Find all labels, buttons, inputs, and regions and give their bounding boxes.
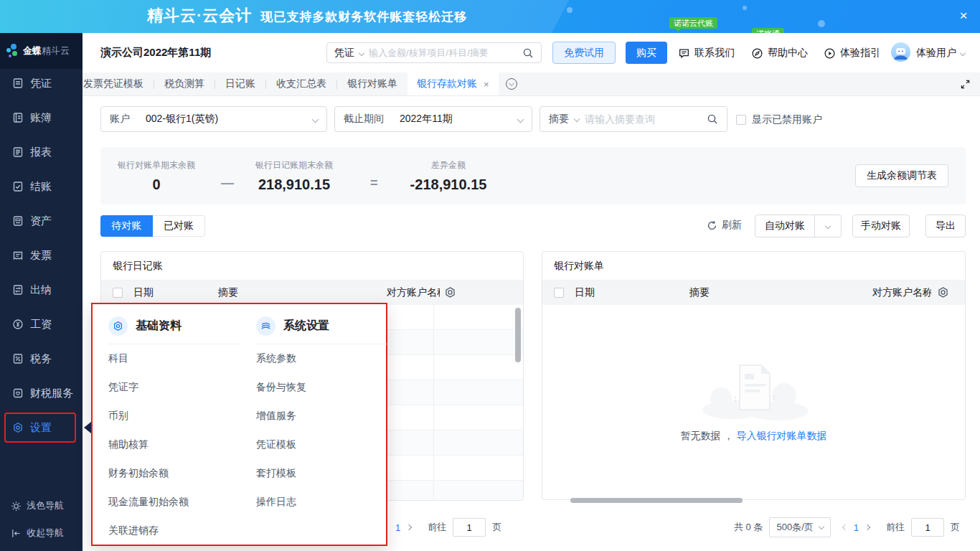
basic-data-icon	[108, 316, 128, 336]
pending-reconcile-tab[interactable]: 待对账	[100, 215, 153, 237]
user-menu[interactable]: 体验用户	[916, 44, 965, 62]
sidebar-item-collapse-nav[interactable]: 收起导航	[0, 524, 83, 542]
statement-balance-stat: 银行对账单期末余额 0	[118, 159, 195, 193]
tab-close-icon[interactable]: ×	[484, 79, 489, 90]
prev-page-icon[interactable]	[842, 524, 848, 530]
popup-item-subjects[interactable]: 科目	[108, 344, 239, 373]
sidebar-item-voucher[interactable]: 凭证	[0, 66, 83, 100]
export-button[interactable]: 导出	[925, 215, 966, 237]
ledger-icon	[12, 112, 24, 123]
page-size-select[interactable]: 500条/页	[769, 517, 830, 537]
global-search: 凭证	[326, 42, 542, 63]
column-summary[interactable]: 摘要	[218, 286, 238, 299]
popup-item-value-added-services[interactable]: 增值服务	[256, 402, 387, 430]
popup-item-operation-log[interactable]: 操作日志	[256, 488, 387, 517]
column-counterparty[interactable]: 对方账户名称	[387, 286, 440, 299]
period-select[interactable]: 截止期间 2022年11期	[334, 106, 532, 132]
search-category-select[interactable]: 凭证	[334, 47, 354, 60]
top-header: 演示公司2022年第11期 凭证 免费试用 购买 联系我们 帮助中心 体验指引	[83, 33, 980, 72]
popup-item-backup-restore[interactable]: 备份与恢复	[256, 373, 387, 402]
next-page-icon[interactable]	[864, 524, 870, 530]
popup-item-initial-balance[interactable]: 财务初始余额	[108, 459, 239, 488]
popup-item-system-params[interactable]: 系统参数	[256, 344, 387, 373]
select-all-checkbox[interactable]	[554, 288, 564, 298]
column-date[interactable]: 日期	[133, 286, 154, 299]
column-summary[interactable]: 摘要	[689, 286, 710, 299]
vertical-scrollbar[interactable]	[515, 308, 521, 362]
sidebar-item-light-nav[interactable]: 浅色导航	[0, 496, 83, 515]
column-date[interactable]: 日期	[575, 286, 595, 299]
help-center-button[interactable]: 帮助中心	[751, 44, 808, 62]
robot-avatar-icon	[891, 42, 910, 62]
banner-close-icon[interactable]: ×	[954, 6, 973, 25]
account-select[interactable]: 账户 002-银行1(英镑)	[100, 106, 327, 132]
sidebar-item-cashier[interactable]: 出纳	[0, 273, 83, 307]
sidebar-nav: 凭证 账簿 报表 结账 资产 发票	[0, 66, 83, 445]
tab-journal[interactable]: 日记账	[215, 77, 265, 90]
search-input[interactable]	[369, 47, 517, 58]
column-settings-gear-icon[interactable]	[444, 286, 456, 298]
refresh-icon	[707, 220, 717, 231]
assets-icon	[12, 215, 24, 227]
show-disabled-accounts-checkbox[interactable]: 显示已禁用账户	[736, 113, 822, 126]
free-trial-button[interactable]: 免费试用	[552, 42, 616, 64]
goto-page-input[interactable]	[911, 518, 944, 537]
sidebar-item-settings[interactable]: 设置	[0, 410, 83, 445]
buy-button[interactable]: 购买	[626, 42, 667, 64]
current-page[interactable]: 1	[854, 522, 859, 533]
play-circle-icon	[824, 47, 836, 60]
checkbox-icon[interactable]	[736, 115, 746, 125]
current-page[interactable]: 1	[395, 522, 400, 533]
sidebar-item-report[interactable]: 报表	[0, 135, 83, 169]
invoice-icon	[12, 250, 24, 261]
company-period-label[interactable]: 演示公司2022年第11期	[100, 46, 211, 60]
banner-tag-nuonuo: 诺诺云代账	[669, 17, 717, 29]
reconcile-state-switch: 待对账 已对账	[100, 215, 205, 237]
column-settings-gear-icon[interactable]	[937, 286, 949, 298]
tab-bank-reconciliation-active[interactable]: 银行存款对账 ×	[407, 72, 499, 96]
next-page-icon[interactable]	[406, 524, 412, 530]
tab-bank-statement[interactable]: 银行对账单	[337, 77, 407, 90]
horizontal-scrollbar[interactable]	[570, 498, 743, 503]
column-divider	[433, 305, 434, 501]
refresh-button[interactable]: 刷新	[707, 219, 742, 232]
chevron-down-icon[interactable]	[574, 116, 580, 122]
chevron-down-icon[interactable]	[359, 50, 364, 55]
done-reconcile-tab[interactable]: 已对账	[153, 215, 205, 237]
summary-search-input[interactable]	[585, 113, 701, 125]
sidebar-item-invoice[interactable]: 发票	[0, 238, 83, 273]
popup-item-cashflow-initial-balance[interactable]: 现金流量初始余额	[108, 488, 239, 517]
sidebar-item-tax-services[interactable]: 财税服务	[0, 376, 83, 410]
sidebar-item-payroll[interactable]: 工资	[0, 307, 83, 342]
tab-income-expense-summary[interactable]: 收支汇总表	[266, 77, 336, 90]
popup-item-voucher-word[interactable]: 凭证字	[108, 373, 239, 402]
tab-invoice-voucher-template[interactable]: 发票凭证模板	[83, 77, 154, 90]
import-statement-link[interactable]: 导入银行对账单数据	[736, 430, 826, 441]
generate-adjustment-table-button[interactable]: 生成余额调节表	[855, 164, 948, 187]
auto-reconcile-button[interactable]: 自动对账	[755, 215, 815, 237]
auto-reconcile-dropdown[interactable]	[814, 215, 842, 237]
popup-item-print-template[interactable]: 套打模板	[256, 459, 387, 488]
sidebar-item-closing[interactable]: 结账	[0, 169, 83, 204]
search-icon[interactable]	[707, 113, 718, 125]
popup-item-link-inventory[interactable]: 关联进销存	[108, 517, 239, 545]
sidebar-item-assets[interactable]: 资产	[0, 204, 83, 238]
popup-item-voucher-template[interactable]: 凭证模板	[256, 430, 387, 459]
fullscreen-icon[interactable]	[960, 79, 971, 90]
popup-item-currency[interactable]: 币别	[108, 402, 239, 430]
user-avatar[interactable]	[891, 42, 910, 62]
contact-us-button[interactable]: 联系我们	[678, 44, 735, 62]
goto-page-input[interactable]	[453, 518, 486, 537]
bank-journal-pagination: 1 前往 页	[385, 517, 501, 537]
sidebar-item-tax[interactable]: 税务	[0, 342, 83, 376]
popup-item-auxiliary-accounting[interactable]: 辅助核算	[108, 430, 239, 459]
tab-list-dropdown-icon[interactable]	[506, 78, 517, 90]
guide-button[interactable]: 体验指引	[824, 44, 880, 62]
select-all-checkbox[interactable]	[113, 288, 123, 298]
summary-field-select[interactable]: 摘要	[549, 113, 569, 126]
column-counterparty[interactable]: 对方账户名称	[872, 286, 931, 299]
sidebar-item-ledger[interactable]: 账簿	[0, 100, 83, 135]
manual-reconcile-button[interactable]: 手动对账	[852, 215, 910, 237]
search-icon[interactable]	[522, 47, 534, 59]
tab-tax-calc[interactable]: 税负测算	[154, 77, 215, 90]
